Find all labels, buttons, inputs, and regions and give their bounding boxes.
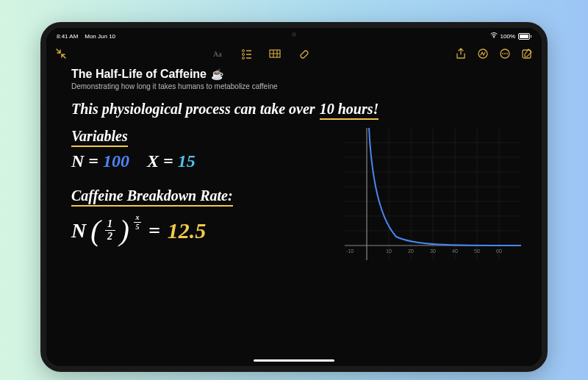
svg-text:60: 60 (496, 248, 502, 254)
attachment-icon[interactable] (297, 48, 309, 60)
note-title: The Half-Life of Caffeine (71, 68, 207, 81)
variables-row: N = 100 X = 15 (71, 151, 331, 171)
exponent-frac: x 5 (134, 214, 141, 231)
svg-text:Aa: Aa (213, 50, 222, 58)
decay-chart: -10 1020 3040 5060 (345, 128, 521, 260)
hw-text-a: This physiological process can take over (71, 101, 315, 118)
compose-icon[interactable] (521, 48, 533, 60)
svg-point-14 (502, 53, 503, 54)
table-icon[interactable] (269, 48, 281, 60)
variables-header: Variables (71, 128, 128, 147)
svg-point-4 (243, 54, 245, 56)
checklist-icon[interactable] (241, 48, 253, 60)
svg-text:40: 40 (452, 248, 458, 254)
ipad-frame: 8:41 AM Mon Jun 10 100% (40, 22, 548, 372)
x-label: X = (147, 151, 173, 171)
paren-open: ( (90, 216, 100, 245)
result-value: 12.5 (168, 218, 207, 243)
svg-point-6 (243, 57, 245, 60)
wifi-icon (490, 32, 498, 40)
share-icon[interactable] (455, 48, 467, 60)
formula-N: N (71, 219, 86, 243)
breakdown-header: Caffeine Breakdown Rate: (71, 187, 233, 207)
text-format-icon[interactable]: Aa (213, 48, 225, 60)
screen: 8:41 AM Mon Jun 10 100% (46, 28, 542, 366)
paren-close: ) (120, 216, 129, 245)
compact-icon[interactable] (55, 48, 67, 60)
svg-text:30: 30 (430, 248, 436, 254)
svg-text:20: 20 (408, 248, 414, 254)
home-indicator[interactable] (254, 359, 334, 362)
svg-text:10: 10 (386, 248, 392, 254)
handwritten-line: This physiological process can take over… (71, 101, 521, 118)
note-content[interactable]: The Half-Life of Caffeine ☕️ Demonstrati… (46, 63, 542, 260)
svg-text:-10: -10 (346, 248, 354, 254)
status-date: Mon Jun 10 (85, 33, 115, 40)
svg-point-16 (506, 53, 508, 54)
markup-icon[interactable] (477, 48, 489, 60)
camera-dot (292, 32, 296, 37)
toolbar: Aa (46, 44, 542, 63)
formula: N ( 1 2 ) x 5 = (71, 214, 331, 247)
equals: = (148, 219, 160, 243)
x-value: 15 (178, 151, 196, 171)
status-time: 8:41 AM (57, 33, 78, 40)
svg-point-2 (243, 50, 245, 52)
more-icon[interactable] (499, 48, 511, 60)
svg-point-15 (504, 53, 506, 54)
coffee-emoji: ☕️ (211, 68, 223, 80)
fraction-half: 1 2 (105, 219, 115, 242)
battery-percent: 100% (501, 33, 515, 40)
battery-icon (518, 33, 531, 40)
hw-text-emph: 10 hours! (320, 101, 379, 118)
n-value: 100 (103, 151, 129, 171)
n-label: N = (71, 151, 98, 171)
svg-text:50: 50 (474, 248, 480, 254)
note-subtitle: Demonstrating how long it takes humans t… (71, 82, 521, 90)
svg-point-0 (493, 37, 495, 38)
